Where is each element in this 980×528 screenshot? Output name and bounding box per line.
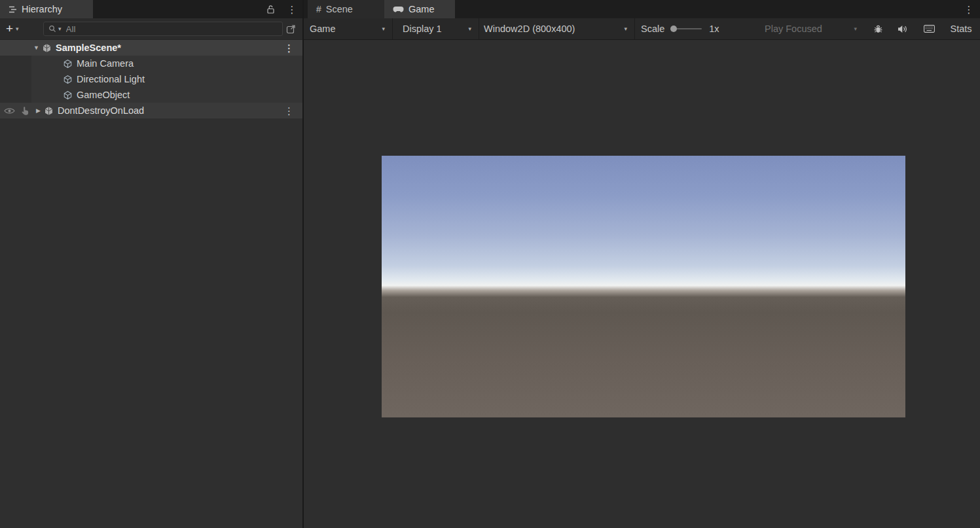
scale-slider-knob[interactable] — [670, 26, 677, 32]
view-mode-value: Game — [310, 24, 336, 34]
hierarchy-row-main-camera[interactable]: Main Camera — [0, 56, 302, 71]
search-window-icon[interactable] — [286, 24, 296, 34]
game-view-toolbar: Game ▾ Display 1 ▾ Window2D (800x400) ▾ … — [304, 18, 980, 40]
bug-icon — [873, 24, 883, 34]
keyboard-icon — [924, 25, 935, 33]
game-menu-kebab-icon[interactable]: ⋮ — [961, 0, 977, 18]
tab-scene-label: Scene — [326, 4, 353, 14]
cube-icon — [63, 90, 73, 100]
scale-label: Scale — [641, 24, 664, 34]
keyboard-toggle[interactable] — [915, 18, 943, 39]
game-view-panel: # Scene Game ⋮ Game ▾ Display 1 ▾ Windo — [304, 0, 980, 528]
cube-icon — [63, 59, 73, 69]
row-gutter — [4, 106, 34, 115]
row-kebab-icon[interactable]: ⋮ — [284, 43, 294, 53]
play-focus-dropdown[interactable]: Play Focused ▾ — [759, 18, 865, 39]
scene-name-label: DontDestroyOnLoad — [58, 105, 144, 116]
hierarchy-row-samplescene[interactable]: ▼ SampleScene* ⋮ — [0, 40, 302, 56]
hierarchy-icon — [9, 6, 17, 13]
display-value: Display 1 — [403, 24, 442, 34]
hierarchy-menu-kebab-icon[interactable]: ⋮ — [284, 0, 300, 18]
audio-toggle[interactable] — [890, 18, 915, 39]
search-filter-arrow-icon[interactable]: ▾ — [58, 26, 62, 32]
scene-icon — [44, 106, 54, 116]
aspect-ratio-dropdown[interactable]: Window2D (800x400) ▾ — [479, 18, 635, 39]
object-name-label: GameObject — [77, 90, 130, 100]
search-input[interactable] — [64, 24, 278, 34]
lock-icon[interactable] — [263, 0, 278, 18]
expander-closed-icon[interactable]: ▶ — [34, 107, 43, 114]
aspect-ratio-value: Window2D (800x400) — [484, 24, 575, 34]
tab-scene[interactable]: # Scene — [308, 0, 384, 18]
tab-game-label: Game — [408, 4, 435, 14]
game-view-content — [304, 40, 980, 528]
row-kebab-icon[interactable]: ⋮ — [284, 106, 294, 116]
hierarchy-row-directional-light[interactable]: Directional Light — [0, 71, 302, 87]
hierarchy-toolbar: + ▾ ▾ — [0, 18, 302, 40]
hierarchy-row-gameobject[interactable]: GameObject — [0, 87, 302, 103]
display-dropdown[interactable]: Display 1 ▾ — [393, 18, 479, 39]
cube-icon — [63, 75, 73, 84]
play-focus-value: Play Focused — [765, 24, 822, 34]
game-tab-bar: # Scene Game ⋮ — [304, 0, 980, 18]
hierarchy-tab-bar: Hierarchy ⋮ — [0, 0, 302, 18]
hierarchy-row-dontdestroyonload[interactable]: ▶ DontDestroyOnLoad ⋮ — [0, 103, 302, 118]
scale-slider[interactable] — [672, 28, 702, 29]
search-icon — [48, 25, 56, 33]
plus-icon: + — [6, 22, 13, 35]
object-name-label: Main Camera — [77, 58, 134, 69]
dropdown-arrow-icon: ▾ — [854, 26, 857, 32]
game-render-viewport[interactable] — [382, 156, 905, 417]
tab-hierarchy-label: Hierarchy — [22, 4, 62, 14]
stats-toggle[interactable]: Stats — [943, 18, 979, 39]
dropdown-arrow-icon: ▾ — [382, 26, 385, 32]
visibility-eye-icon[interactable] — [4, 107, 15, 114]
dropdown-arrow-icon: ▾ — [624, 26, 627, 32]
picking-hand-icon[interactable] — [21, 106, 29, 115]
create-object-button[interactable]: + ▾ — [6, 22, 31, 36]
dropdown-arrow-icon: ▾ — [16, 26, 19, 32]
object-name-label: Directional Light — [77, 74, 145, 84]
hierarchy-panel: Hierarchy ⋮ + ▾ ▾ ▼ — [0, 0, 302, 528]
dropdown-arrow-icon: ▾ — [468, 26, 471, 32]
tab-hierarchy[interactable]: Hierarchy — [0, 0, 93, 18]
stats-label: Stats — [950, 24, 971, 34]
scene-grid-icon: # — [316, 4, 321, 14]
search-field[interactable]: ▾ — [43, 22, 283, 36]
gamepad-icon — [393, 6, 404, 13]
scene-name-label: SampleScene* — [56, 43, 121, 53]
view-mode-dropdown[interactable]: Game ▾ — [304, 18, 393, 39]
debug-bug-toggle[interactable] — [865, 18, 890, 39]
expander-open-icon[interactable]: ▼ — [32, 44, 41, 51]
scale-control: Scale 1x — [635, 18, 759, 39]
scene-icon — [42, 43, 52, 53]
scale-value: 1x — [709, 24, 719, 34]
tab-game[interactable]: Game — [384, 0, 455, 18]
speaker-icon — [898, 25, 908, 33]
